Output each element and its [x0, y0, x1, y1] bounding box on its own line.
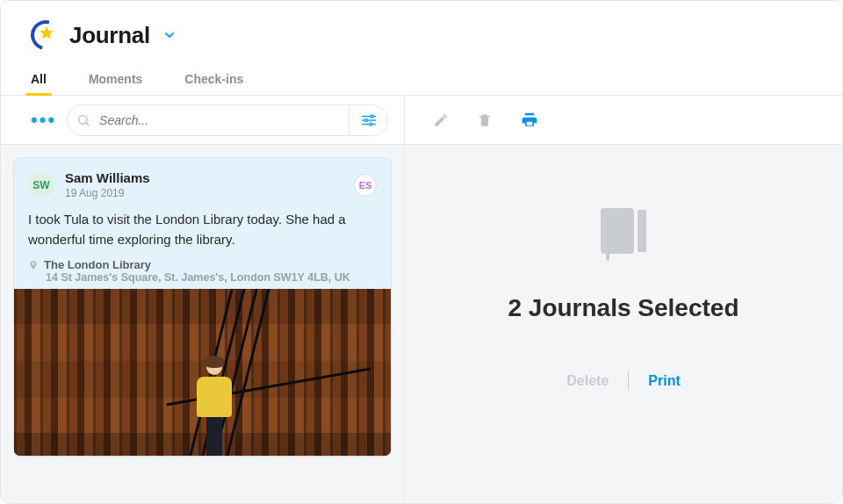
detail-panel: 2 Journals Selected Delete Print — [405, 145, 842, 503]
svg-point-6 — [364, 119, 367, 121]
svg-rect-9 — [638, 210, 646, 252]
search-icon — [68, 113, 99, 127]
page-title: Journal — [69, 22, 150, 49]
svg-line-1 — [86, 123, 89, 126]
app-logo-icon — [31, 20, 61, 50]
header: Journal — [1, 1, 842, 62]
author-name: Sam Williams — [65, 170, 150, 185]
card-header: SW Sam Williams 19 Aug 2019 ES — [14, 158, 391, 205]
entry-image-library — [14, 289, 391, 456]
author-block: Sam Williams 19 Aug 2019 — [65, 170, 150, 199]
selection-title: 2 Journals Selected — [508, 294, 739, 322]
svg-point-7 — [369, 123, 371, 126]
journal-card[interactable]: SW Sam Williams 19 Aug 2019 ES I took Tu… — [13, 157, 392, 457]
delete-action[interactable]: Delete — [566, 373, 609, 389]
tab-all[interactable]: All — [31, 63, 47, 95]
svg-point-11 — [606, 257, 609, 261]
entry-date: 19 Aug 2019 — [65, 187, 150, 199]
location-pin-icon — [28, 259, 39, 271]
print-icon[interactable] — [521, 112, 538, 129]
more-menu-button[interactable]: ••• — [31, 111, 56, 130]
tab-checkins[interactable]: Check-ins — [184, 63, 243, 95]
author-avatar: SW — [28, 172, 54, 198]
trash-icon[interactable] — [477, 112, 493, 128]
toolbar-left: ••• — [1, 96, 405, 144]
body: SW Sam Williams 19 Aug 2019 ES I took Tu… — [1, 145, 842, 503]
journals-placeholder-icon — [595, 206, 652, 264]
app-window: Journal All Moments Check-ins ••• — [0, 0, 843, 504]
search-field-wrap — [67, 104, 388, 136]
shared-with-badge: ES — [354, 174, 377, 197]
toolbar-right — [405, 96, 842, 144]
action-divider — [628, 371, 629, 391]
toolbar: ••• — [1, 96, 842, 145]
title-dropdown-chevron-icon[interactable] — [162, 28, 177, 42]
edit-icon[interactable] — [433, 112, 449, 128]
location-address: 14 St James's Square, St. James's, Londo… — [46, 271, 377, 284]
selection-actions: Delete Print — [566, 371, 680, 391]
entry-body-text: I took Tula to visit the London Library … — [14, 205, 391, 258]
filter-button[interactable] — [349, 105, 387, 135]
entries-panel: SW Sam Williams 19 Aug 2019 ES I took Tu… — [1, 145, 405, 503]
svg-point-5 — [371, 115, 373, 118]
print-action[interactable]: Print — [648, 373, 680, 389]
search-input[interactable] — [99, 113, 349, 127]
location-name: The London Library — [44, 258, 151, 271]
svg-rect-8 — [601, 208, 634, 254]
location-block: The London Library 14 St James's Square,… — [14, 258, 391, 289]
tab-moments[interactable]: Moments — [89, 63, 142, 95]
tabs-bar: All Moments Check-ins — [1, 62, 842, 96]
